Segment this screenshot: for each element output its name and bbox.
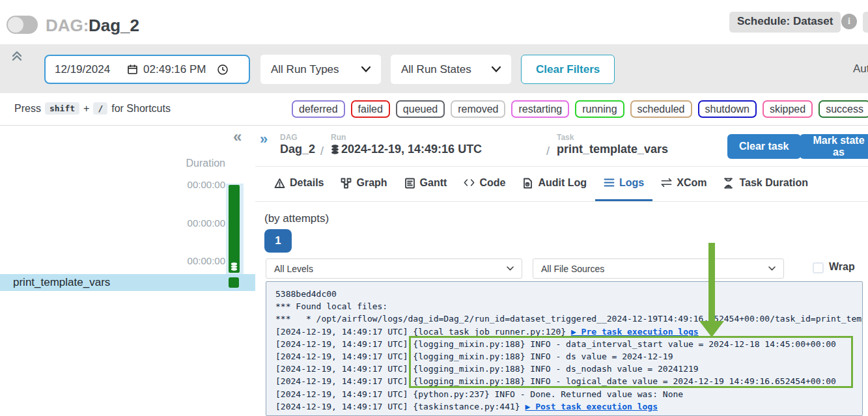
state-badge-failed[interactable]: failed (351, 100, 390, 118)
schedule-badge[interactable]: Schedule: Dataset (729, 12, 841, 33)
state-badge-shutdown[interactable]: shutdown (698, 100, 757, 118)
breadcrumb-task[interactable]: Task print_template_vars (557, 133, 668, 156)
next-run-badge-partial (863, 12, 868, 33)
tab-audit-log[interactable]: Audit Log (514, 167, 595, 201)
breadcrumb-task-label: Task (557, 133, 668, 142)
log-file-sources-select[interactable]: All File Sources (533, 258, 784, 279)
duration-tick: 00:00:00 (188, 255, 225, 266)
toggle-knob (8, 17, 23, 33)
duration-axis-label: Duration (186, 158, 225, 169)
log-output[interactable]: 5388bed4dc00*** Found local files:*** * … (266, 281, 863, 416)
log-levels-select[interactable]: All Levels (266, 258, 522, 279)
dag-pause-toggle[interactable] (7, 16, 38, 34)
logs-icon (604, 178, 615, 189)
log-group-link[interactable]: ▶ Pre task execution logs (571, 327, 699, 337)
tab-xcom[interactable]: XCom (652, 167, 715, 201)
breadcrumb: » DAG Dag_2 / Run 2024-12-19, 14:49:1 (255, 126, 868, 167)
hourglass-icon (723, 178, 735, 189)
breadcrumb-separator: / (320, 145, 324, 158)
breadcrumb-dag-value: Dag_2 (280, 143, 315, 156)
clock-icon (217, 64, 229, 76)
by-attempts-label: (by attempts) (264, 212, 329, 225)
state-badge-deferred[interactable]: deferred (292, 100, 345, 118)
chevron-down-icon (507, 266, 514, 271)
run-states-select[interactable]: All Run States (391, 55, 511, 84)
log-group-link[interactable]: ▶ Post task execution logs (525, 402, 658, 411)
audit-log-icon (522, 178, 533, 189)
breadcrumb-run-label: Run (331, 133, 482, 142)
state-badge-removed[interactable]: removed (451, 100, 505, 118)
chevron-down-icon (361, 66, 371, 72)
mark-state-button[interactable]: Mark state as (800, 134, 868, 159)
breadcrumb-run[interactable]: Run 2024-12-19, 14:49:16 UTC (331, 133, 482, 156)
shortcuts-hint: Press shift + / for Shortcuts (14, 102, 171, 115)
breadcrumb-dag-label: DAG (280, 133, 315, 142)
log-line: [2024-12-19, 14:49:17 UTC] {python.py:23… (275, 388, 853, 400)
run-types-select[interactable]: All Run Types (260, 55, 381, 84)
log-line: 5388bed4dc00 (275, 288, 853, 300)
tab-graph[interactable]: Graph (332, 167, 395, 201)
state-badge-running[interactable]: running (575, 100, 624, 118)
wrap-checkbox[interactable] (813, 262, 824, 273)
airflow-app: DAG: Dag_2 Schedule: Dataset i 12/19/202… (0, 0, 868, 416)
duration-tick: 00:00:00 (188, 179, 225, 190)
run-duration-bar[interactable] (229, 185, 240, 273)
task-name: print_template_vars (13, 276, 110, 289)
log-line: [2024-12-19, 14:49:17 UTC] {logging_mixi… (275, 350, 853, 363)
wrap-label: Wrap (829, 261, 855, 273)
details-panel: » DAG Dag_2 / Run 2024-12-19, 14:49:1 (255, 126, 868, 416)
shift-key: shift (45, 102, 79, 115)
tab-details[interactable]: Details (266, 167, 332, 201)
tab-label: Task Duration (739, 177, 808, 189)
clear-filters-button[interactable]: Clear Filters (521, 55, 615, 84)
legend-bar: Press shift + / for Shortcuts deferredfa… (0, 93, 868, 126)
log-line: *** Found local files: (275, 300, 853, 312)
code-icon (464, 178, 475, 189)
calendar-icon (127, 64, 138, 75)
task-row-print-template-vars[interactable]: print_template_vars (0, 274, 255, 291)
breadcrumb-separator: / (546, 145, 550, 158)
xcom-icon (661, 178, 672, 189)
collapse-panel-icon[interactable]: « (233, 129, 242, 145)
tab-logs[interactable]: Logs (595, 167, 652, 201)
state-badge-scheduled[interactable]: scheduled (630, 100, 692, 118)
shortcuts-suffix: for Shortcuts (111, 103, 171, 115)
state-badge-queued[interactable]: queued (396, 100, 445, 118)
collapse-filters-icon[interactable] (10, 49, 23, 62)
tab-label: Logs (619, 177, 644, 189)
shortcuts-plus: + (83, 103, 89, 115)
breadcrumb-run-value: 2024-12-19, 14:49:16 UTC (341, 143, 482, 156)
log-line: *** * /opt/airflow/logs/dag_id=Dag_2/run… (275, 312, 853, 325)
log-line: [2024-12-19, 14:49:17 UTC] {logging_mixi… (275, 375, 853, 387)
tab-code[interactable]: Code (455, 167, 514, 201)
graph-icon (341, 178, 352, 189)
tab-gantt[interactable]: Gantt (396, 167, 456, 201)
grid-panel: « Duration 00:00:00 00:00:00 00:00:00 pr… (0, 126, 255, 416)
state-badge-skipped[interactable]: skipped (763, 100, 813, 118)
dag-label: DAG: (46, 16, 89, 36)
tab-label: Details (290, 177, 324, 189)
tab-label: Gantt (420, 177, 447, 189)
state-badge-restarting[interactable]: restarting (511, 100, 569, 118)
log-line: [2024-12-19, 14:49:17 UTC] {local_task_j… (275, 326, 853, 338)
duration-tick: 00:00:00 (188, 217, 225, 229)
task-state-square[interactable] (229, 277, 239, 288)
run-datetime-input[interactable]: 12/19/2024 02:49:16 PM (44, 55, 250, 84)
warning-icon (274, 178, 285, 189)
detail-tabs: DetailsGraphGanttCodeAudit LogLogsXComTa… (255, 167, 868, 202)
dataset-icon (331, 145, 339, 154)
page-header: DAG: Dag_2 Schedule: Dataset i (0, 0, 868, 44)
state-badge-success[interactable]: success (819, 100, 868, 118)
dataset-icon (231, 262, 238, 270)
page-title: Dag_2 (89, 16, 139, 36)
filter-bar: 12/19/2024 02:49:16 PM All Run Types All… (0, 44, 868, 93)
clear-task-button[interactable]: Clear task (727, 134, 801, 159)
attempt-1-button[interactable]: 1 (264, 229, 292, 253)
info-icon[interactable]: i (841, 14, 857, 29)
expand-panel-icon[interactable]: » (260, 132, 268, 146)
tab-label: Audit Log (538, 177, 587, 189)
shortcuts-press: Press (14, 103, 41, 115)
breadcrumb-task-value: print_template_vars (557, 143, 668, 156)
tab-task-duration[interactable]: Task Duration (715, 167, 817, 201)
breadcrumb-dag[interactable]: DAG Dag_2 (280, 133, 315, 156)
